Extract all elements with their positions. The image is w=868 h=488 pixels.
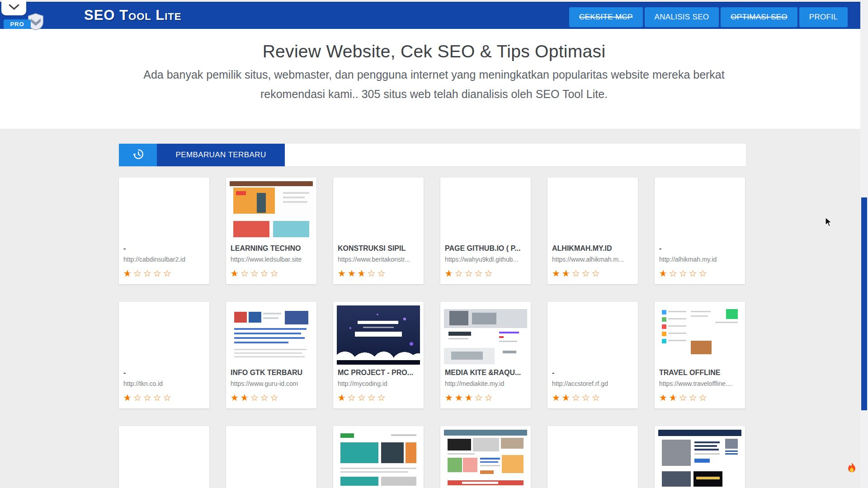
star-rating: ☆☆☆☆☆ xyxy=(231,269,312,278)
star-icon: ☆ xyxy=(679,393,689,402)
site-title: MEDIA KITE &RAQU... xyxy=(445,368,526,378)
site-url: http://mycoding.id xyxy=(338,380,419,388)
site-url: https://wahyu9kdl.github... xyxy=(445,255,526,263)
star-icon: ☆ xyxy=(358,269,368,278)
star-rating: ★☆☆☆☆ xyxy=(659,393,741,402)
star-icon: ☆ xyxy=(153,269,163,278)
site-title: KONSTRUKSI SIPIL xyxy=(338,244,419,253)
scrollbar-thumb[interactable] xyxy=(861,197,867,410)
site-card[interactable] xyxy=(440,426,531,488)
site-card[interactable]: INFO GTK TERBARUhttps://www.guru-id.com★… xyxy=(226,302,316,408)
site-card[interactable]: MC PROJECT - PRO...http://mycoding.id☆☆☆… xyxy=(333,302,424,408)
site-card[interactable] xyxy=(655,426,745,488)
star-icon: ☆ xyxy=(348,393,358,402)
star-icon: ☆ xyxy=(689,393,699,402)
site-thumbnail xyxy=(123,305,206,365)
extension-dropdown[interactable] xyxy=(1,0,26,15)
site-card[interactable] xyxy=(333,426,424,488)
star-icon: ☆ xyxy=(485,269,495,278)
star-rating: ☆☆☆☆☆ xyxy=(338,393,419,402)
nav-items: CEKSITE MCPANALISIS SEOOPTIMASI SEOPROFI… xyxy=(569,7,848,27)
site-card[interactable]: PAGE GITHUB.IO ( P...https://wahyu9kdl.g… xyxy=(440,178,531,284)
site-thumbnail xyxy=(230,181,313,240)
star-icon: ☆ xyxy=(368,393,377,402)
site-title: INFO GTK TERBARU xyxy=(231,368,312,378)
site-card[interactable]: -http://accstoref.rf.gd★☆☆☆☆ xyxy=(547,302,638,408)
site-url: https://www.traveloffline.... xyxy=(659,380,741,388)
star-icon: ☆ xyxy=(123,269,133,278)
site-card[interactable]: TRAVEL OFFLINEhttps://www.traveloffline.… xyxy=(655,302,745,408)
site-thumbnail xyxy=(658,305,741,365)
site-url: http://accstoref.rf.gd xyxy=(552,380,633,388)
site-card[interactable]: -http://alhikmah.my.id☆☆☆☆☆ xyxy=(655,178,745,284)
nav-item-profil[interactable]: PROFIL xyxy=(799,7,848,27)
cards-grid: -http://cabdinsulbar2.id☆☆☆☆☆LEARNING TE… xyxy=(119,178,746,488)
site-card[interactable] xyxy=(547,426,638,488)
star-icon: ☆ xyxy=(250,269,260,278)
nav-item-optimasi-seo[interactable]: OPTIMASI SEO xyxy=(721,7,797,27)
star-rating: ☆☆☆☆☆ xyxy=(123,269,205,278)
star-icon: ☆ xyxy=(592,393,602,402)
star-icon: ☆ xyxy=(338,393,348,402)
section-icon-box xyxy=(119,144,157,166)
star-icon: ☆ xyxy=(250,393,260,402)
site-title: - xyxy=(123,244,205,253)
page-title: Review Website, Cek SEO & Tips Optimasi xyxy=(0,42,868,61)
star-icon: ★ xyxy=(348,269,358,278)
site-url: https://www.beritakonstr... xyxy=(338,255,419,263)
star-icon: ☆ xyxy=(465,393,475,402)
site-card[interactable] xyxy=(226,426,316,488)
star-rating: ★☆☆☆☆ xyxy=(231,393,312,402)
star-icon: ☆ xyxy=(445,269,455,278)
star-icon: ☆ xyxy=(485,393,495,402)
site-logo[interactable]: SEO Tool Lite xyxy=(84,2,181,29)
star-icon: ★ xyxy=(445,393,455,402)
chevron-down-icon xyxy=(9,4,19,12)
site-card[interactable]: MEDIA KITE &RAQU...http://mediakite.my.i… xyxy=(440,302,531,408)
site-card[interactable]: ALHIKMAH.MY.IDhttps://www.alhikmah.m...★… xyxy=(547,178,638,284)
scrollbar-track[interactable] xyxy=(860,0,868,488)
star-icon: ☆ xyxy=(143,393,153,402)
site-title: PAGE GITHUB.IO ( P... xyxy=(445,244,526,253)
site-card[interactable]: KONSTRUKSI SIPILhttps://www.beritakonstr… xyxy=(333,178,424,284)
star-icon: ☆ xyxy=(260,393,270,402)
site-card[interactable]: -http://tkn.co.id☆☆☆☆☆ xyxy=(119,302,209,408)
site-card[interactable]: LEARNING TECHNOhttps://www.ledsulbar.sit… xyxy=(226,178,316,284)
star-icon: ☆ xyxy=(133,269,143,278)
site-url: http://cabdinsulbar2.id xyxy=(123,255,205,263)
site-thumbnail xyxy=(658,430,741,488)
star-icon: ☆ xyxy=(582,393,592,402)
star-icon: ☆ xyxy=(699,393,709,402)
site-url: http://alhikmah.my.id xyxy=(659,255,741,263)
star-rating: ★★☆☆☆ xyxy=(338,269,419,278)
star-rating: ☆☆☆☆☆ xyxy=(123,393,205,402)
star-icon: ☆ xyxy=(572,269,582,278)
star-rating: ★★☆☆☆ xyxy=(445,393,526,402)
page: SEO Tool Lite CEKSITE MCPANALISIS SEOOPT… xyxy=(0,0,868,488)
star-rating: ★☆☆☆☆ xyxy=(552,393,633,402)
star-icon: ☆ xyxy=(465,269,475,278)
star-icon: ★ xyxy=(231,393,241,402)
star-rating: ★☆☆☆☆ xyxy=(552,269,633,278)
nav-item-ceksite-mcp[interactable]: CEKSITE MCP xyxy=(569,7,643,27)
star-icon: ☆ xyxy=(669,269,679,278)
site-thumbnail xyxy=(123,181,206,240)
section-header-bar: PEMBARUAN TERBARU xyxy=(119,144,746,166)
site-thumbnail xyxy=(551,305,634,365)
star-icon: ☆ xyxy=(562,269,572,278)
star-icon: ★ xyxy=(338,269,348,278)
star-icon: ☆ xyxy=(582,269,592,278)
star-icon: ☆ xyxy=(699,269,709,278)
pro-badge: PRO xyxy=(4,19,31,29)
site-card[interactable] xyxy=(119,426,209,488)
hero-section: Review Website, Cek SEO & Tips Optimasi … xyxy=(0,29,868,129)
top-navbar: SEO Tool Lite CEKSITE MCPANALISIS SEOOPT… xyxy=(0,2,868,29)
site-url: https://www.alhikmah.m... xyxy=(552,255,633,263)
site-thumbnail xyxy=(444,430,527,488)
site-thumbnail xyxy=(230,305,313,365)
site-url: http://mediakite.my.id xyxy=(445,380,526,388)
nav-item-analisis-seo[interactable]: ANALISIS SEO xyxy=(645,7,719,27)
star-icon: ☆ xyxy=(153,393,163,402)
site-url: http://tkn.co.id xyxy=(123,380,205,388)
site-card[interactable]: -http://cabdinsulbar2.id☆☆☆☆☆ xyxy=(119,178,209,284)
